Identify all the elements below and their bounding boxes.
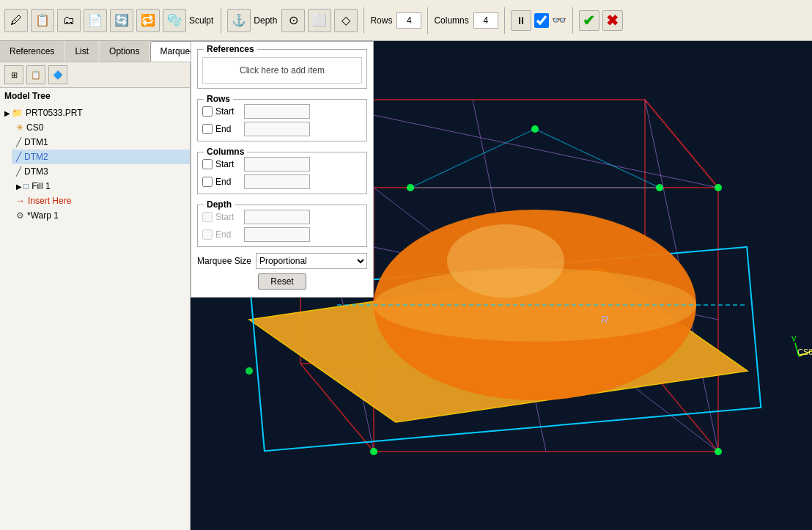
svg-point-27 xyxy=(715,448,722,455)
dtm1-label: DTM1 xyxy=(24,137,48,147)
warp1-icon: ⚙ xyxy=(16,210,24,221)
depth-title: Depth xyxy=(204,199,235,210)
columns-end-row: End 100.000000 xyxy=(202,174,362,189)
tree-item-dtm3[interactable]: ╱ DTM3 xyxy=(12,164,190,179)
svg-point-26 xyxy=(370,448,377,455)
rows-title: Rows xyxy=(204,94,233,104)
toolbar-btn-6[interactable]: 🔁 xyxy=(136,9,160,32)
dtm3-icon: ╱ xyxy=(16,166,21,177)
expand-icon-fill1[interactable]: ▶ xyxy=(16,183,22,191)
toolbar-btn-2[interactable]: 📋 xyxy=(31,9,54,32)
rows-input[interactable]: 4 xyxy=(397,13,421,28)
toolbar-btn-1[interactable]: 🖊 xyxy=(4,9,28,32)
tree-item-dtm1[interactable]: ╱ DTM1 xyxy=(12,135,190,150)
toolbar-btn-5[interactable]: 🔄 xyxy=(110,9,133,32)
accept-button[interactable]: ✔ xyxy=(579,10,599,31)
rows-end-checkbox[interactable] xyxy=(202,124,213,134)
warp1-label: *Warp 1 xyxy=(27,210,59,221)
columns-label: Columns xyxy=(434,15,468,26)
tree-item-warp1[interactable]: ⚙ *Warp 1 xyxy=(12,208,190,223)
columns-start-input[interactable]: 0.000000 xyxy=(244,157,310,172)
columns-end-input[interactable]: 100.000000 xyxy=(244,174,310,189)
toolbar-btn-4[interactable]: 📄 xyxy=(84,9,107,32)
separator-3 xyxy=(427,7,428,34)
toolbar-depth-square[interactable]: ⬜ xyxy=(308,9,331,32)
reset-button[interactable]: Reset xyxy=(258,273,306,290)
toolbar-btn-7[interactable]: 🫧 xyxy=(163,9,186,32)
check-toggle[interactable] xyxy=(534,13,549,28)
depth-start-label: Start xyxy=(215,212,241,222)
references-title: References xyxy=(204,44,257,54)
rows-start-row: Start 0.000000 xyxy=(202,104,362,119)
columns-input[interactable]: 4 xyxy=(474,13,498,28)
dtm2-label: DTM2 xyxy=(24,152,48,162)
cancel-button[interactable]: ✖ xyxy=(602,10,623,31)
columns-end-label: End xyxy=(215,177,241,187)
svg-point-28 xyxy=(246,367,253,375)
insert-label: Insert Here xyxy=(28,196,71,206)
columns-spinbox[interactable]: 4 xyxy=(473,12,498,29)
marquee-size-label: Marquee Size xyxy=(197,256,251,266)
rows-section: Rows Start 0.000000 End 100.000000 xyxy=(197,99,367,141)
fill1-label: Fill 1 xyxy=(32,181,50,191)
columns-start-label: Start xyxy=(215,159,241,169)
columns-start-row: Start 0.000000 xyxy=(202,157,362,172)
svg-point-23 xyxy=(656,184,663,191)
toolbar-btn-3[interactable]: 🗂 xyxy=(57,9,81,32)
marquee-panel: References Click here to add item Rows S… xyxy=(191,41,374,298)
toolbar-depth-diamond[interactable]: ◇ xyxy=(334,9,358,32)
left-panel: References List Options Marquee Properti… xyxy=(0,41,191,530)
rows-start-label: Start xyxy=(215,106,241,117)
tab-options[interactable]: Options xyxy=(100,41,149,62)
depth-end-label: End xyxy=(215,229,241,240)
depth-start-checkbox[interactable] xyxy=(202,212,213,222)
rows-end-label: End xyxy=(215,124,241,134)
rows-end-row: End 100.000000 xyxy=(202,122,362,136)
dtm3-label: DTM3 xyxy=(24,166,48,177)
references-box[interactable]: Click here to add item xyxy=(202,57,362,84)
toolbar-depth-circle[interactable]: ⊙ xyxy=(281,9,305,32)
expand-icon-prt[interactable]: ▶ xyxy=(4,109,10,117)
tree-item-cs0[interactable]: ✳ CS0 xyxy=(12,120,190,135)
svg-text:V: V xyxy=(791,335,797,343)
marquee-size-select[interactable]: Proportional Fixed Custom xyxy=(256,253,367,269)
rows-end-input[interactable]: 100.000000 xyxy=(244,122,310,136)
depth-section: Depth Start 0.000000 End 100.000000 xyxy=(197,205,367,247)
rows-start-checkbox[interactable] xyxy=(202,106,213,117)
columns-section: Columns Start 0.000000 End 100.000000 xyxy=(197,152,367,194)
tab-list[interactable]: List xyxy=(65,41,98,62)
svg-point-25 xyxy=(715,184,722,191)
separator-5 xyxy=(572,7,573,34)
columns-title: Columns xyxy=(204,147,247,157)
main-area: References List Options Marquee Properti… xyxy=(0,41,812,530)
tree-icon-list[interactable]: 📋 xyxy=(26,65,45,84)
toolbar: 🖊 📋 🗂 📄 🔄 🔁 🫧 Sculpt ⚓ Depth ⊙ ⬜ ◇ Rows … xyxy=(0,0,812,41)
prt-icon: 📁 xyxy=(12,108,23,118)
tree-item-prt[interactable]: ▶ 📁 PRT0533.PRT xyxy=(0,106,190,120)
glasses-icon: 👓 xyxy=(552,13,566,27)
tree-icon-filter[interactable]: 🔷 xyxy=(48,65,67,84)
columns-start-checkbox[interactable] xyxy=(202,159,213,169)
tab-references[interactable]: References xyxy=(0,41,64,62)
rows-spinbox[interactable]: 4 xyxy=(396,12,421,29)
tree-item-insert[interactable]: → Insert Here xyxy=(12,194,190,208)
tree-icon-grid[interactable]: ⊞ xyxy=(4,65,23,84)
dtm2-icon: ╱ xyxy=(16,152,21,162)
tree-item-fill1[interactable]: ▶ □ Fill 1 xyxy=(12,179,190,194)
sculpt-label: Sculpt xyxy=(189,15,213,26)
columns-end-checkbox[interactable] xyxy=(202,177,213,187)
pause-button[interactable]: ⏸ xyxy=(511,10,531,31)
cs0-label: CS0 xyxy=(26,122,43,133)
svg-text:R: R xyxy=(601,314,608,325)
tree-item-dtm2[interactable]: ╱ DTM2 xyxy=(12,150,190,164)
depth-end-row: End 100.000000 xyxy=(202,227,362,242)
depth-end-checkbox[interactable] xyxy=(202,229,213,240)
fill1-icon: □ xyxy=(23,181,29,191)
depth-label: Depth xyxy=(254,15,277,26)
toolbar-btn-8[interactable]: ⚓ xyxy=(227,9,251,32)
tree-header: ⊞ 📋 🔷 xyxy=(0,62,190,88)
separator-2 xyxy=(363,7,364,34)
insert-icon: → xyxy=(16,196,25,206)
depth-start-input: 0.000000 xyxy=(244,210,310,224)
rows-start-input[interactable]: 0.000000 xyxy=(244,104,310,119)
